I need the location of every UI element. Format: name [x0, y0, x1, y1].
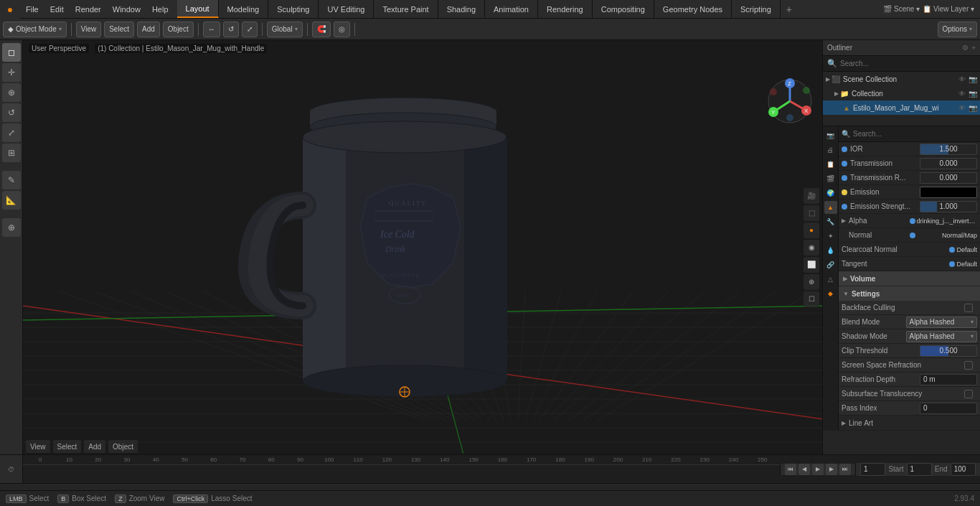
shadow-mode-dropdown[interactable]: Alpha Hashed ▾: [906, 331, 978, 342]
screen-space-checkbox[interactable]: [964, 361, 973, 370]
prop-icon-constraints[interactable]: 🔗: [824, 258, 837, 271]
tool-rotate[interactable]: ↺: [2, 103, 21, 122]
prop-icon-output[interactable]: 🖨: [824, 144, 837, 156]
vp-view-menu[interactable]: View: [26, 440, 50, 453]
timeline-track[interactable]: [23, 465, 780, 483]
outliner-search-input[interactable]: [840, 60, 976, 67]
normal-value[interactable]: Normal/Map: [917, 232, 978, 239]
clearcoat-normal-value[interactable]: Default: [956, 246, 977, 253]
prop-icon-view-layer[interactable]: 📋: [824, 158, 837, 171]
snap-toggle[interactable]: 🧲: [312, 22, 331, 37]
pass-index-value[interactable]: 0: [920, 403, 977, 414]
prop-icon-scene[interactable]: 🎬: [824, 172, 837, 185]
tab-compositing[interactable]: Compositing: [593, 0, 654, 18]
view-layer-selector[interactable]: 📋 View Layer ▾: [923, 5, 974, 13]
collection-visibility[interactable]: 👁: [958, 90, 966, 98]
tool-measure[interactable]: 📐: [2, 191, 21, 210]
vp-add-menu-bottom[interactable]: Add: [84, 440, 105, 453]
prop-icon-material[interactable]: ◆: [824, 287, 837, 300]
outliner-search[interactable]: 🔍: [823, 56, 980, 72]
tab-shading[interactable]: Shading: [438, 0, 485, 18]
subsurface-checkbox[interactable]: [964, 390, 973, 398]
vp-perspective-ortho[interactable]: ⬚: [804, 205, 819, 221]
outliner-item-scene-collection[interactable]: ▶ ⬛ Scene Collection 👁 📷: [823, 72, 980, 86]
tab-uv-editing[interactable]: UV Editing: [319, 0, 374, 18]
tab-animation[interactable]: Animation: [485, 0, 538, 18]
vp-xray[interactable]: ☐: [804, 291, 819, 307]
prop-icon-world[interactable]: 🌍: [824, 187, 837, 200]
current-frame[interactable]: 1: [860, 463, 885, 476]
prev-frame[interactable]: ◀: [798, 464, 810, 475]
menu-render[interactable]: Render: [70, 0, 107, 18]
tab-scripting[interactable]: Scripting: [732, 0, 781, 18]
volume-header[interactable]: ▶ Volume: [839, 271, 980, 286]
trans-value[interactable]: 0.000: [920, 158, 977, 169]
collection-render[interactable]: 📷: [969, 90, 977, 98]
trans-r-value[interactable]: 0.000: [920, 172, 977, 184]
emiss-str-value[interactable]: 1.000: [920, 201, 977, 212]
prop-icon-object[interactable]: ▲: [824, 201, 837, 214]
prop-icon-particles[interactable]: ✦: [824, 230, 837, 243]
prop-icon-render[interactable]: 📷: [824, 129, 837, 142]
tool-add-object[interactable]: ⊕: [2, 218, 21, 237]
end-frame[interactable]: 100: [951, 463, 976, 476]
props-search-input[interactable]: [853, 130, 977, 138]
emission-color[interactable]: [920, 187, 977, 198]
transform-scale[interactable]: ⤢: [242, 22, 258, 37]
tool-move[interactable]: ⊕: [2, 83, 21, 102]
vp-select-menu-bottom[interactable]: Select: [53, 440, 82, 453]
tab-modeling[interactable]: Modeling: [219, 0, 269, 18]
refraction-depth-value[interactable]: 0 m: [920, 374, 977, 385]
options-menu[interactable]: Options ▾: [938, 22, 977, 37]
prop-icon-modifier[interactable]: 🔧: [824, 215, 837, 228]
timeline-scrollbar[interactable]: [0, 483, 980, 490]
scene-selector[interactable]: 🎬 Scene ▾: [883, 5, 920, 13]
object-visibility[interactable]: 👁: [958, 104, 966, 112]
add-menu[interactable]: Add: [137, 22, 160, 37]
restrict-visibility[interactable]: 👁: [958, 75, 966, 83]
viewport[interactable]: QUALITY Ice Cold Drink GLASSWARE EST. Us…: [23, 40, 822, 454]
menu-window[interactable]: Window: [107, 0, 146, 18]
menu-help[interactable]: Help: [146, 0, 174, 18]
alpha-texture[interactable]: drinking_j..._invert.pn: [917, 217, 978, 225]
tool-scale[interactable]: ⤢: [2, 123, 21, 142]
proportional-edit[interactable]: ◎: [334, 22, 350, 37]
tab-texture-paint[interactable]: Texture Paint: [374, 0, 438, 18]
tab-rendering[interactable]: Rendering: [538, 0, 593, 18]
start-frame[interactable]: 1: [907, 463, 932, 476]
tangent-value[interactable]: Default: [956, 261, 977, 268]
play-end[interactable]: ⏭: [839, 464, 851, 475]
outliner-add-icon[interactable]: +: [971, 44, 976, 52]
backface-checkbox[interactable]: [964, 304, 973, 312]
vp-shading-solid[interactable]: ◉: [804, 240, 819, 256]
ior-value[interactable]: 1.500: [920, 144, 977, 155]
restrict-render[interactable]: 📷: [969, 75, 977, 83]
vp-object-menu-bottom[interactable]: Object: [108, 440, 138, 453]
outliner-filter-icon[interactable]: ⚙: [962, 44, 969, 52]
vp-camera-view[interactable]: 🎥: [804, 188, 819, 204]
next-frame[interactable]: ▶: [826, 464, 837, 475]
play-btn[interactable]: ▶: [812, 464, 824, 475]
settings-header[interactable]: ▼ Settings: [839, 286, 980, 301]
object-render[interactable]: 📷: [969, 104, 977, 112]
tool-transform[interactable]: ⊞: [2, 144, 21, 162]
menu-edit[interactable]: Edit: [44, 0, 70, 18]
tool-cursor[interactable]: ✛: [2, 63, 21, 82]
mode-switcher[interactable]: ◆ Object Mode ▾: [3, 22, 67, 37]
play-beginning[interactable]: ⏮: [785, 464, 796, 475]
vp-shading-wireframe[interactable]: ⬜: [804, 257, 819, 273]
outliner-item-mug[interactable]: ▲ Estilo_Mason_Jar_Mug_wi 👁 📷: [823, 100, 980, 115]
blend-mode-dropdown[interactable]: Alpha Hashed ▾: [906, 317, 978, 328]
select-menu[interactable]: Select: [104, 22, 134, 37]
tool-annotate[interactable]: ✎: [2, 171, 21, 189]
transform-translate[interactable]: ↔: [203, 22, 220, 37]
transform-rotate[interactable]: ↺: [223, 22, 239, 37]
transform-space[interactable]: Global ▾: [267, 22, 303, 37]
prop-icon-data[interactable]: △: [824, 273, 837, 286]
vp-shading-rendered[interactable]: ●: [804, 222, 819, 238]
clip-threshold-value[interactable]: 0.500: [920, 345, 977, 357]
tab-layout[interactable]: Layout: [177, 0, 219, 18]
menu-file[interactable]: File: [20, 0, 44, 18]
object-menu[interactable]: Object: [163, 22, 194, 37]
outliner-item-collection[interactable]: ▶ 📁 Collection 👁 📷: [823, 86, 980, 100]
